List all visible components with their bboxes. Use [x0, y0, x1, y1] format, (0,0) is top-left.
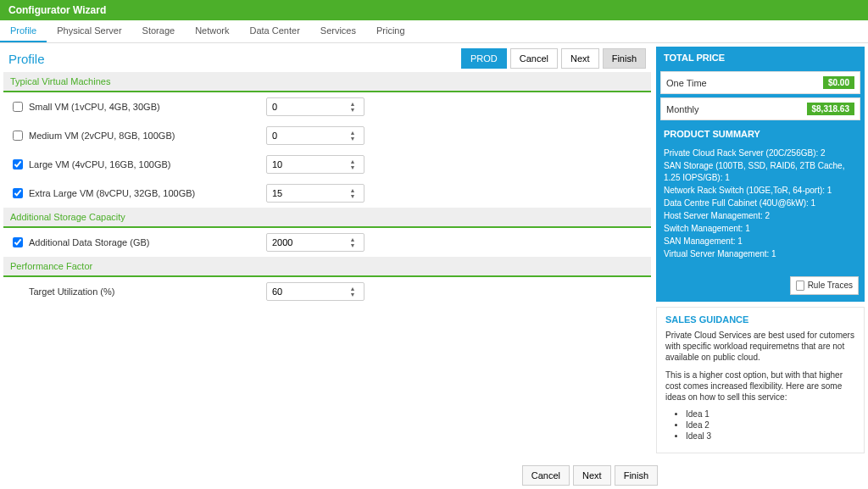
tab-pricing[interactable]: Pricing — [366, 20, 415, 42]
guidance-p1: Private Cloud Services are best used for… — [665, 330, 855, 363]
tab-storage[interactable]: Storage — [132, 20, 186, 42]
row-small-vm: Small VM (1vCPU, 4GB, 30GB) ▲▼ — [3, 92, 651, 121]
input-medium-vm[interactable] — [267, 128, 345, 143]
summary-line: Private Cloud Rack Server (20C/256GB): 2 — [664, 147, 857, 159]
wizard-tabs: Profile Physical Server Storage Network … — [0, 20, 868, 43]
stepper-arrows-icon[interactable]: ▲▼ — [345, 158, 360, 170]
sidebar: TOTAL PRICE One Time $0.00 Monthly $8,31… — [656, 47, 865, 453]
section-perf-header: Performance Factor — [3, 257, 651, 277]
section-vm-header: Typical Virtual Machines — [3, 72, 651, 92]
rule-traces-label: Rule Traces — [808, 280, 853, 292]
guidance-idea: Idea 2 — [686, 420, 855, 430]
row-target-util: Target Utilization (%) ▲▼ — [3, 277, 651, 306]
summary-line: Data Centre Full Cabinet (40U@6kW): 1 — [664, 197, 857, 209]
top-button-row: PROD Cancel Next Finish — [461, 48, 646, 69]
tab-profile[interactable]: Profile — [0, 20, 47, 42]
checkbox-additional-storage[interactable] — [12, 237, 24, 247]
monthly-label: Monthly — [666, 104, 699, 114]
tab-data-center[interactable]: Data Center — [239, 20, 309, 42]
stepper-arrows-icon[interactable]: ▲▼ — [345, 286, 360, 297]
tab-network[interactable]: Network — [185, 20, 239, 42]
monthly-value: $8,318.63 — [807, 103, 855, 115]
app-title: Configurator Wizard — [8, 4, 106, 16]
summary-line: Virtual Server Management: 1 — [664, 248, 857, 260]
footer-finish-button[interactable]: Finish — [615, 465, 658, 486]
next-button[interactable]: Next — [561, 48, 599, 69]
cancel-button[interactable]: Cancel — [510, 48, 558, 69]
stepper-arrows-icon[interactable]: ▲▼ — [345, 187, 360, 199]
price-row-onetime: One Time $0.00 — [660, 71, 860, 94]
guidance-p2: This is a higher cost option, but with t… — [665, 370, 855, 403]
row-large-vm: Large VM (4vCPU, 16GB, 100GB) ▲▼ — [3, 150, 651, 179]
label-large-vm: Large VM (4vCPU, 16GB, 100GB) — [29, 159, 266, 169]
checkbox-xlarge-vm[interactable] — [12, 188, 24, 198]
summary-line: SAN Storage (100TB, SSD, RAID6, 2TB Cach… — [664, 160, 857, 184]
spinner-medium-vm[interactable]: ▲▼ — [266, 126, 364, 145]
footer-button-row: Cancel Next Finish — [522, 465, 658, 486]
row-medium-vm: Medium VM (2vCPU, 8GB, 100GB) ▲▼ — [3, 121, 651, 150]
label-small-vm: Small VM (1vCPU, 4GB, 30GB) — [29, 102, 266, 112]
stepper-arrows-icon[interactable]: ▲▼ — [345, 101, 360, 113]
header-bar: Configurator Wizard — [0, 0, 868, 20]
guidance-title: SALES GUIDANCE — [665, 314, 855, 325]
summary-line: Switch Management: 1 — [664, 223, 857, 235]
spinner-additional-storage[interactable]: ▲▼ — [266, 233, 364, 252]
input-additional-storage[interactable] — [267, 235, 345, 250]
label-medium-vm: Medium VM (2vCPU, 8GB, 100GB) — [29, 131, 266, 141]
sales-guidance-box: SALES GUIDANCE Private Cloud Services ar… — [656, 307, 865, 453]
footer-cancel-button[interactable]: Cancel — [522, 465, 570, 486]
spinner-small-vm[interactable]: ▲▼ — [266, 97, 364, 116]
summary-body: Private Cloud Rack Server (20C/256GB): 2… — [657, 144, 864, 301]
label-xlarge-vm: Extra Large VM (8vCPU, 32GB, 100GB) — [29, 188, 266, 198]
tab-services[interactable]: Services — [310, 20, 366, 42]
page-title: Profile — [8, 52, 45, 66]
input-xlarge-vm[interactable] — [267, 186, 345, 201]
label-additional-storage: Additional Data Storage (GB) — [29, 237, 266, 247]
finish-button[interactable]: Finish — [603, 48, 646, 69]
guidance-list: Idea 1 Idea 2 Ideal 3 — [686, 409, 855, 441]
checkbox-small-vm[interactable] — [12, 102, 24, 112]
row-xlarge-vm: Extra Large VM (8vCPU, 32GB, 100GB) ▲▼ — [3, 179, 651, 208]
checkbox-medium-vm[interactable] — [12, 131, 24, 141]
summary-line: Host Server Management: 2 — [664, 210, 857, 222]
onetime-label: One Time — [666, 78, 707, 88]
input-target-util[interactable] — [267, 284, 345, 299]
guidance-idea: Ideal 3 — [686, 431, 855, 441]
onetime-value: $0.00 — [823, 76, 854, 89]
footer-next-button[interactable]: Next — [573, 465, 611, 486]
input-small-vm[interactable] — [267, 99, 345, 114]
main-panel: Profile PROD Cancel Next Finish Typical … — [3, 47, 651, 453]
summary-title: PRODUCT SUMMARY — [657, 124, 864, 144]
label-target-util: Target Utilization (%) — [29, 286, 266, 297]
section-storage-header: Additional Storage Capacity — [3, 208, 651, 228]
total-price-title: TOTAL PRICE — [657, 47, 864, 68]
checkbox-large-vm[interactable] — [12, 159, 24, 169]
stepper-arrows-icon[interactable]: ▲▼ — [345, 130, 360, 142]
prod-button[interactable]: PROD — [461, 48, 507, 69]
guidance-idea: Idea 1 — [686, 409, 855, 419]
input-large-vm[interactable] — [267, 157, 345, 172]
spinner-large-vm[interactable]: ▲▼ — [266, 155, 364, 174]
rule-traces-button[interactable]: Rule Traces — [790, 276, 859, 295]
spinner-xlarge-vm[interactable]: ▲▼ — [266, 184, 364, 203]
summary-line: Network Rack Switch (10GE,ToR, 64-port):… — [664, 185, 857, 197]
summary-line: SAN Management: 1 — [664, 236, 857, 247]
document-icon — [796, 281, 804, 291]
spinner-target-util[interactable]: ▲▼ — [266, 282, 364, 301]
stepper-arrows-icon[interactable]: ▲▼ — [345, 236, 360, 248]
price-row-monthly: Monthly $8,318.63 — [660, 97, 860, 120]
tab-physical-server[interactable]: Physical Server — [47, 20, 131, 42]
total-price-box: TOTAL PRICE One Time $0.00 Monthly $8,31… — [656, 47, 865, 302]
row-additional-storage: Additional Data Storage (GB) ▲▼ — [3, 228, 651, 257]
